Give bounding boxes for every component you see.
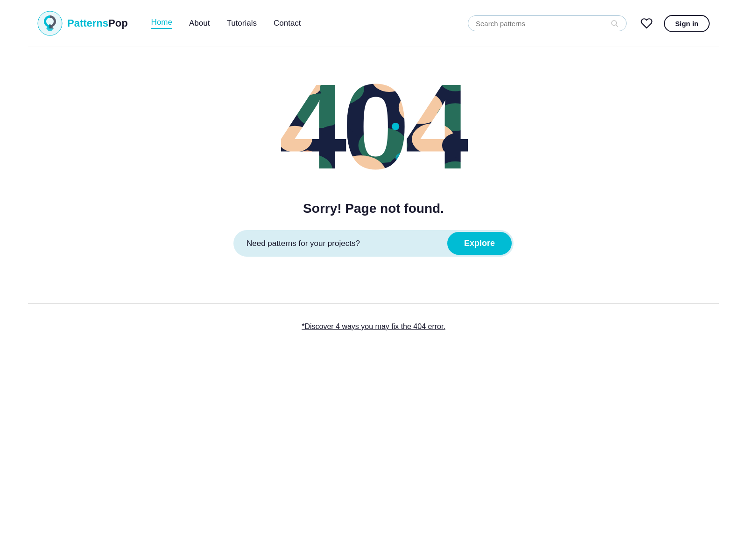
svg-point-0 [38,11,62,35]
nav-tutorials[interactable]: Tutorials [226,19,257,28]
logo-icon [37,11,63,36]
logo-patterns-text: Patterns [67,17,108,29]
svg-line-2 [616,25,618,27]
search-icon [610,19,619,28]
cta-text: Need patterns for your projects? [247,239,442,248]
main-content: 404 Sorry! Page not found. Need patterns… [0,47,747,303]
explore-row: Need patterns for your projects? Explore [233,230,514,257]
explore-button[interactable]: Explore [447,232,512,255]
sorry-message: Sorry! Page not found. [303,201,444,216]
footer-area: *Discover 4 ways you may fix the 404 err… [0,304,747,350]
site-header: PatternsPop Home About Tutorials Contact… [0,0,747,47]
logo-link[interactable]: PatternsPop [37,11,128,36]
fix-404-link[interactable]: *Discover 4 ways you may fix the 404 err… [302,322,445,331]
logo-pop-text: Pop [108,17,128,29]
nav-about[interactable]: About [189,19,210,28]
header-actions: Sign in [638,14,710,32]
favorites-button[interactable] [638,14,655,32]
search-input[interactable] [476,20,610,28]
heart-icon [641,17,653,29]
main-nav: Home About Tutorials Contact [151,18,468,29]
nav-home[interactable]: Home [151,18,172,29]
nav-contact[interactable]: Contact [274,19,301,28]
error-code: 404 [279,66,468,187]
search-bar [468,15,627,31]
signin-button[interactable]: Sign in [664,15,710,32]
